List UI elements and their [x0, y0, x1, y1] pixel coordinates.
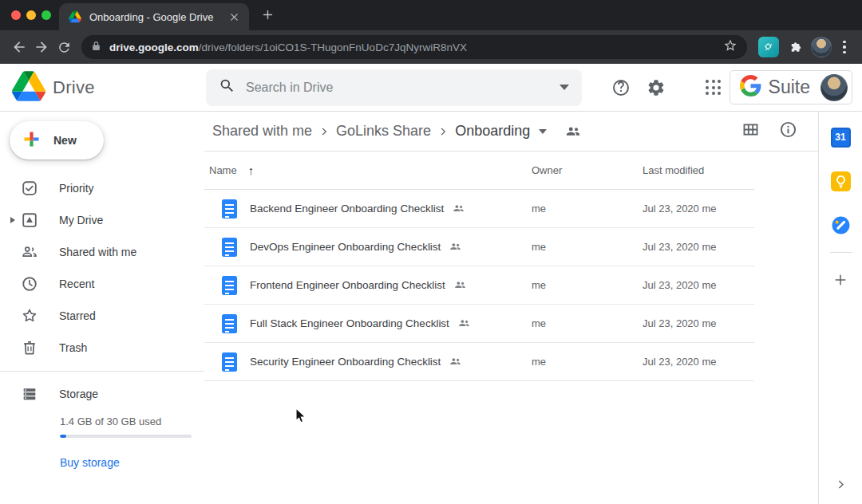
file-rows: Backend Engineer Onboarding Checklist me… — [204, 190, 754, 381]
sidebar-item-starred[interactable]: Starred — [0, 300, 204, 332]
breadcrumb-item-onboarding[interactable]: Onboarding — [455, 123, 530, 140]
drive-favicon-icon — [69, 10, 81, 23]
sidebar-item-storage[interactable]: Storage — [0, 378, 204, 410]
file-row[interactable]: DevOps Engineer Onboarding Checklist me … — [204, 228, 754, 266]
sort-arrow-icon[interactable]: ↑ — [248, 163, 255, 177]
add-panel-plus-icon[interactable] — [830, 270, 851, 290]
sidebar-item-label: Trash — [59, 341, 87, 354]
drive-content: Shared with me GoLinks Share Onboarding — [204, 112, 818, 504]
grid-view-icon[interactable] — [741, 120, 760, 142]
folder-menu-caret-icon[interactable] — [539, 129, 547, 134]
file-row[interactable]: Full Stack Engineer Onboarding Checklist… — [204, 305, 754, 343]
sidebar-item-label: My Drive — [59, 214, 103, 226]
file-name[interactable]: Frontend Engineer Onboarding Checklist — [250, 279, 445, 291]
file-last-modified: Jul 23, 2020 me — [643, 241, 717, 253]
file-last-modified: Jul 23, 2020 me — [643, 203, 717, 215]
breadcrumb-item-shared-with-me[interactable]: Shared with me — [212, 123, 312, 140]
extension-teal-icon[interactable] — [758, 37, 779, 57]
breadcrumb-item-golinks-share[interactable]: GoLinks Share — [336, 123, 431, 140]
sidebar-divider — [0, 371, 204, 372]
tab-title: Onboarding - Google Drive — [89, 11, 227, 23]
keep-icon[interactable] — [830, 171, 851, 191]
zoom-window-button[interactable] — [42, 10, 51, 20]
info-icon[interactable] — [779, 120, 797, 142]
search-input[interactable]: Search in Drive — [206, 69, 582, 106]
drive-logo-block[interactable]: Drive — [0, 71, 206, 104]
settings-gear-icon[interactable] — [640, 72, 672, 104]
new-button[interactable]: New — [10, 121, 104, 159]
sidebar-item-priority[interactable]: Priority — [0, 172, 204, 204]
column-name[interactable]: Name — [209, 164, 237, 176]
file-owner: me — [532, 241, 546, 253]
storage-progress-fill — [60, 435, 66, 438]
file-owner: me — [532, 279, 546, 291]
file-shared-people-icon — [452, 202, 465, 215]
browser-menu-icon[interactable] — [835, 35, 854, 59]
bookmark-star-icon[interactable] — [723, 38, 737, 56]
file-row[interactable]: Security Engineer Onboarding Checklist m… — [204, 343, 754, 381]
breadcrumb-chevron-icon — [317, 124, 331, 139]
sidebar-item-label: Shared with me — [59, 246, 136, 258]
drive-header: Drive Search in Drive Suite — [0, 64, 862, 112]
expand-panel-chevron-icon[interactable] — [819, 478, 862, 491]
file-owner: me — [532, 203, 546, 215]
google-docs-file-icon — [222, 314, 237, 333]
tasks-icon[interactable] — [830, 215, 851, 235]
starred-star-icon — [21, 307, 38, 325]
file-name[interactable]: DevOps Engineer Onboarding Checklist — [250, 241, 441, 253]
shared-people-icon — [21, 243, 38, 261]
file-shared-people-icon — [449, 355, 462, 368]
calendar-icon[interactable]: 31 — [830, 127, 851, 148]
browser-tab[interactable]: Onboarding - Google Drive — [59, 3, 249, 30]
browser-tab-strip: Onboarding - Google Drive — [0, 0, 862, 30]
file-row[interactable]: Frontend Engineer Onboarding Checklist m… — [204, 266, 754, 305]
breadcrumb: Shared with me GoLinks Share Onboarding — [204, 112, 818, 152]
file-name[interactable]: Full Stack Engineer Onboarding Checklist — [250, 317, 449, 329]
expand-triangle-icon[interactable] — [10, 217, 21, 223]
drive-logo-icon — [12, 71, 45, 104]
storage-usage-text: 1.4 GB of 30 GB used — [60, 415, 204, 427]
file-row[interactable]: Backend Engineer Onboarding Checklist me… — [204, 190, 754, 228]
help-icon[interactable] — [605, 72, 637, 104]
account-avatar[interactable] — [820, 74, 848, 101]
lock-icon — [91, 40, 101, 54]
file-name[interactable]: Security Engineer Onboarding Checklist — [250, 356, 441, 368]
reload-icon[interactable] — [53, 36, 75, 58]
google-docs-file-icon — [222, 352, 237, 372]
browser-profile-avatar[interactable] — [811, 37, 832, 57]
search-icon[interactable] — [219, 77, 235, 97]
rail-divider — [830, 252, 852, 253]
drive-sidebar: New Priority My Drive — [0, 112, 204, 504]
close-window-button[interactable] — [11, 10, 21, 20]
sidebar-item-my-drive[interactable]: My Drive — [0, 204, 204, 236]
sidebar-item-recent[interactable]: Recent — [0, 268, 204, 300]
gsuite-account-badge[interactable]: Suite — [730, 70, 852, 104]
sidebar-item-label: Storage — [59, 388, 98, 400]
forward-icon[interactable] — [30, 36, 53, 58]
extensions-puzzle-icon[interactable] — [784, 35, 808, 59]
column-owner[interactable]: Owner — [532, 164, 562, 176]
column-last-modified[interactable]: Last modified — [643, 164, 704, 176]
back-icon[interactable] — [8, 36, 30, 58]
tab-close-icon[interactable] — [227, 10, 241, 24]
storage-progress-bar — [60, 435, 192, 438]
recent-clock-icon — [21, 275, 38, 293]
file-name[interactable]: Backend Engineer Onboarding Checklist — [250, 203, 444, 215]
folder-shared-icon — [564, 123, 582, 140]
sidebar-item-trash[interactable]: Trash — [0, 332, 204, 364]
search-placeholder: Search in Drive — [246, 81, 333, 95]
google-apps-grid-icon[interactable] — [698, 72, 730, 104]
sidebar-item-label: Recent — [59, 278, 94, 290]
buy-storage-link[interactable]: Buy storage — [60, 456, 120, 469]
side-panel-rail: 31 — [818, 112, 862, 504]
minimize-window-button[interactable] — [26, 10, 36, 20]
address-bar[interactable]: drive.google.com/drive/folders/1oiCO1S-T… — [81, 35, 747, 59]
breadcrumb-chevron-icon — [436, 124, 450, 139]
search-options-caret-icon[interactable] — [560, 85, 569, 90]
window-controls — [11, 10, 51, 20]
google-docs-file-icon — [222, 238, 237, 257]
sidebar-item-shared-with-me[interactable]: Shared with me — [0, 236, 204, 268]
sidebar-item-label: Starred — [59, 309, 96, 322]
new-tab-button[interactable] — [262, 9, 274, 24]
trash-icon — [21, 339, 38, 356]
